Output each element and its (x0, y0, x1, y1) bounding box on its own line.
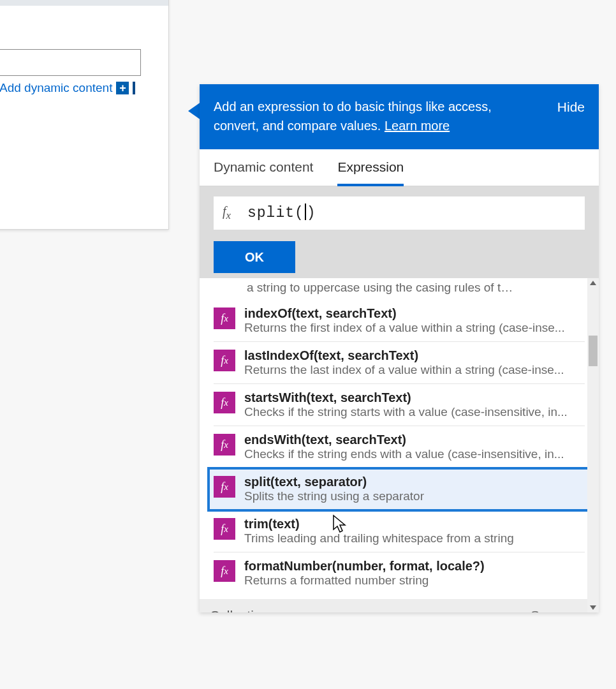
function-description: Splits the string using a separator (244, 489, 569, 503)
function-item[interactable]: fxtrim(text)Trims leading and trailing w… (214, 510, 585, 552)
function-item[interactable]: fxlastIndexOf(text, searchText)Returns t… (214, 342, 585, 384)
add-dynamic-content-link[interactable]: Add dynamic content + (0, 81, 135, 95)
scroll-thumb[interactable] (589, 336, 598, 366)
function-description: Checks if the string ends with a value (… (244, 447, 569, 461)
text-caret (305, 204, 306, 220)
fx-badge-icon: fx (214, 434, 235, 456)
flyout-pointer (188, 102, 201, 120)
scroll-up-arrow-icon[interactable] (590, 281, 596, 285)
function-name: indexOf(text, searchText) (244, 306, 585, 321)
scrollbar[interactable] (587, 278, 599, 612)
partial-row-text: a string to uppercase using the casing r… (247, 281, 513, 294)
flyout-header-blurb: Add an expression to do basic things lik… (214, 100, 492, 133)
fx-badge-icon: fx (214, 392, 235, 413)
fx-badge-icon: fx (214, 350, 235, 371)
add-dynamic-content-label: Add dynamic content (0, 81, 112, 95)
expression-prefix: split( (247, 205, 304, 221)
function-name: endsWith(text, searchText) (244, 433, 585, 447)
function-description: Returns the first index of a value withi… (244, 321, 569, 335)
learn-more-link[interactable]: Learn more (385, 119, 450, 133)
scroll-down-arrow-icon[interactable] (590, 605, 596, 610)
card-header-strip (0, 0, 168, 6)
flyout-tabs: Dynamic content Expression (200, 149, 599, 186)
function-list-scroll: a string to uppercase using the casing r… (200, 278, 599, 612)
fx-badge-icon: fx (214, 560, 235, 582)
expression-suffix: ) (307, 205, 316, 221)
fx-badge-icon: fx (214, 518, 235, 540)
function-text: formatNumber(number, format, locale?)Ret… (244, 559, 585, 588)
tab-expression[interactable]: Expression (337, 159, 404, 186)
function-list: a string to uppercase using the casing r… (200, 278, 599, 612)
function-item[interactable]: fxstartsWith(text, searchText)Checks if … (214, 384, 585, 426)
function-name: formatNumber(number, format, locale?) (244, 559, 585, 574)
text-input-field[interactable] (0, 49, 141, 76)
fx-badge-icon: fx (214, 307, 235, 329)
function-text: lastIndexOf(text, searchText)Returns the… (244, 348, 585, 377)
fx-icon: fx (223, 204, 231, 222)
function-description: Returns the last index of a value within… (244, 363, 569, 377)
plus-icon-tail (133, 82, 135, 94)
function-description: Returns a formatted number string (244, 574, 569, 588)
function-name: split(text, separator) (244, 475, 585, 489)
function-name: startsWith(text, searchText) (244, 390, 585, 405)
function-name: lastIndexOf(text, searchText) (244, 348, 585, 363)
expression-input[interactable]: fx split() (214, 196, 585, 230)
tab-dynamic-content[interactable]: Dynamic content (214, 159, 313, 186)
function-text: trim(text)Trims leading and trailing whi… (244, 517, 585, 545)
function-item[interactable]: fxindexOf(text, searchText)Returns the f… (214, 300, 585, 342)
section-collection-header[interactable]: Collection See more (200, 599, 599, 612)
function-description: Trims leading and trailing whitespace fr… (244, 531, 569, 545)
function-description: Checks if the string starts with a value… (244, 405, 569, 419)
trigger-card: Add dynamic content + (0, 0, 169, 230)
expression-flyout: Add an expression to do basic things lik… (200, 84, 599, 612)
expression-editor-area: fx split() OK (200, 186, 599, 278)
flyout-header-text: Add an expression to do basic things lik… (214, 97, 520, 135)
partial-row-top: a string to uppercase using the casing r… (214, 278, 585, 300)
function-name: trim(text) (244, 517, 585, 531)
function-item[interactable]: fxformatNumber(number, format, locale?)R… (214, 552, 585, 594)
ok-button[interactable]: OK (214, 241, 295, 273)
function-text: split(text, separator)Splits the string … (244, 475, 585, 503)
function-text: indexOf(text, searchText)Returns the fir… (244, 306, 585, 335)
expression-text: split() (247, 205, 316, 221)
function-item[interactable]: fxsplit(text, separator)Splits the strin… (209, 468, 590, 510)
flyout-header: Add an expression to do basic things lik… (200, 84, 599, 149)
section-title: Collection (210, 608, 268, 612)
function-text: endsWith(text, searchText)Checks if the … (244, 433, 585, 461)
plus-icon: + (116, 82, 129, 94)
hide-button[interactable]: Hide (557, 97, 585, 117)
function-text: startsWith(text, searchText)Checks if th… (244, 390, 585, 419)
fx-badge-icon: fx (214, 476, 235, 498)
see-more-link[interactable]: See more (531, 608, 589, 612)
function-item[interactable]: fxendsWith(text, searchText)Checks if th… (214, 426, 585, 468)
